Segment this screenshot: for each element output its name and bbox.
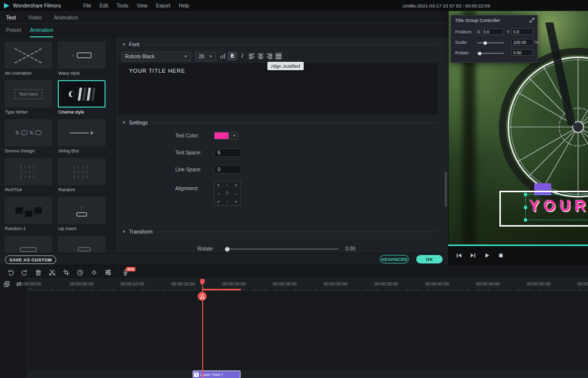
stop-button[interactable]: [497, 252, 504, 259]
scale-slider-handle[interactable]: [483, 41, 487, 45]
rotate-input[interactable]: [511, 49, 533, 56]
tab-animation[interactable]: Animation: [54, 14, 78, 20]
align-justify-button[interactable]: [274, 52, 283, 60]
title-track[interactable]: [27, 370, 588, 378]
manage-tracks-icon[interactable]: [3, 281, 10, 288]
font-size-select[interactable]: 28▼: [195, 52, 216, 61]
ruler-timestamp: 00:00:35:00: [374, 281, 398, 286]
tab-text[interactable]: Text: [6, 14, 16, 20]
preset-up-insert[interactable]: ↑ Up Insert: [58, 197, 106, 233]
position-y-input[interactable]: [511, 28, 533, 35]
preset-wavy-style[interactable]: ↑ Wavy style: [58, 41, 106, 77]
menu-file[interactable]: File: [83, 3, 91, 8]
align-bottom-left[interactable]: ↙: [215, 197, 223, 205]
split-scissors-icon[interactable]: [48, 268, 56, 276]
timeline-gutter: [0, 291, 27, 378]
rotate-slider[interactable]: [477, 53, 504, 54]
x-label: X: [477, 29, 480, 34]
adjust-sliders-icon[interactable]: [104, 268, 112, 276]
menu-view[interactable]: View: [137, 3, 148, 8]
align-right-button[interactable]: [265, 52, 274, 60]
align-center-button[interactable]: [256, 52, 265, 60]
timeline-ruler[interactable]: 0:00:00:00 00:00:05:00 00:00:10:00 00:00…: [0, 278, 588, 291]
save-as-custom-button[interactable]: SAVE AS CUSTOM: [5, 255, 56, 264]
chevron-down-icon: ▼: [206, 54, 213, 59]
subtab-preset[interactable]: Preset: [6, 27, 21, 37]
text-color-swatch[interactable]: [214, 132, 229, 139]
menu-tools[interactable]: Tools: [117, 3, 128, 8]
align-top[interactable]: ↑: [223, 181, 232, 189]
play-button[interactable]: [483, 252, 490, 259]
delete-icon[interactable]: [34, 268, 42, 276]
align-top-left[interactable]: ↖: [215, 181, 223, 189]
align-bottom[interactable]: ↓: [223, 197, 232, 205]
timeline-clip-lower-third[interactable]: T Lower Third 7: [193, 371, 240, 378]
collapse-triangle-icon: ▼: [122, 121, 126, 125]
align-top-right[interactable]: ↗: [232, 181, 240, 189]
playhead-handle[interactable]: [200, 279, 205, 283]
text-options-icon[interactable]: [219, 52, 227, 60]
settings-section-header[interactable]: ▼ Settings: [122, 120, 438, 126]
next-frame-button[interactable]: [470, 252, 476, 259]
bold-button[interactable]: B: [228, 52, 236, 60]
menu-help[interactable]: Help: [179, 3, 189, 8]
font-section-header[interactable]: ▼ Font: [122, 41, 438, 47]
ok-button[interactable]: OK: [416, 255, 443, 263]
playback-bar: [448, 246, 588, 265]
line-space-input[interactable]: [214, 165, 241, 174]
advanced-button[interactable]: ADVANCED: [380, 255, 409, 263]
font-family-select[interactable]: Roboto Black▼: [121, 52, 191, 61]
align-left-button[interactable]: [247, 52, 256, 60]
text-color-dropdown[interactable]: ▼: [231, 132, 238, 139]
panel-scrollbar[interactable]: [445, 172, 447, 207]
position-x-input[interactable]: [481, 28, 503, 35]
scale-input[interactable]: [511, 39, 533, 45]
menu-export[interactable]: Export: [156, 3, 170, 8]
text-space-input[interactable]: [214, 148, 241, 157]
transform-section-header[interactable]: ▼ Transform: [122, 229, 438, 235]
align-right[interactable]: →: [232, 189, 240, 197]
preset-type-writer[interactable]: Text Here Type Writer: [4, 80, 52, 116]
preset-no-animation[interactable]: No Animation: [4, 41, 52, 77]
preset-string-blur[interactable]: String Blur: [58, 119, 106, 155]
preset-doomo-design[interactable]: ⇅⇅ Doomo Design: [4, 119, 52, 155]
preset-partial-1[interactable]: [4, 236, 52, 253]
string-blur-icon: [58, 119, 106, 146]
undo-icon[interactable]: [7, 268, 14, 276]
subtab-animation[interactable]: Animation: [30, 27, 53, 37]
collapse-icon[interactable]: [529, 17, 535, 24]
align-bottom-right[interactable]: ↘: [232, 197, 240, 205]
project-title: Untitle-2021-03-17 23 57 53 : 00:00:22:0…: [402, 3, 490, 8]
timeline-tracks[interactable]: [0, 291, 588, 378]
preset-richtick[interactable]: ↑↑↑↑↓↓↓↓↑↑↑↑ RichTick: [4, 158, 52, 194]
preset-cinema-style[interactable]: Cinema style: [58, 80, 106, 116]
preview-title-text[interactable]: YOUR T: [529, 197, 588, 215]
title-text-editbox[interactable]: YOUR TITLE HERE: [118, 63, 438, 115]
rotate-slider-handle[interactable]: [478, 52, 481, 55]
cut-at-playhead-button[interactable]: [198, 292, 207, 301]
previous-frame-button[interactable]: [456, 252, 463, 259]
rotate-slider-handle[interactable]: [225, 247, 230, 252]
selection-handle[interactable]: [524, 206, 527, 209]
crop-icon[interactable]: [62, 268, 70, 276]
speed-clock-icon[interactable]: [76, 268, 84, 276]
preset-partial-2[interactable]: ↑: [58, 236, 106, 253]
keyframe-diamond-icon[interactable]: [90, 268, 98, 276]
titlebar: Wondershare Filmora File Edit Tools View…: [0, 0, 588, 11]
scale-slider[interactable]: [477, 42, 504, 43]
ruler-timestamp: 00:00:55:00: [578, 281, 588, 286]
tab-video[interactable]: Video: [28, 14, 42, 20]
preset-random[interactable]: ↓↑↓↑↑↓↑↓↓↑↓↑ Random: [58, 158, 106, 194]
menu-edit[interactable]: Edit: [100, 3, 108, 8]
italic-button[interactable]: I: [238, 52, 246, 60]
preset-random-2[interactable]: Random 2: [4, 197, 52, 233]
selection-handle[interactable]: [524, 218, 527, 222]
up-insert-icon: ↑: [58, 197, 106, 224]
align-left[interactable]: ←: [215, 189, 223, 197]
rotate-slider[interactable]: [225, 249, 339, 250]
redo-icon[interactable]: [20, 268, 28, 276]
align-center[interactable]: □: [223, 189, 232, 197]
title-text-value[interactable]: YOUR TITLE HERE: [129, 68, 185, 74]
selection-handle[interactable]: [524, 193, 527, 196]
controller-title: Title Group Controller: [455, 17, 500, 23]
